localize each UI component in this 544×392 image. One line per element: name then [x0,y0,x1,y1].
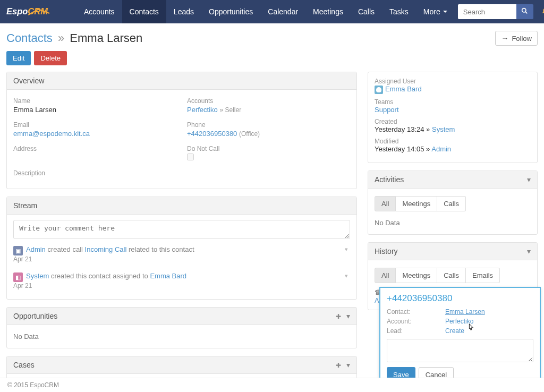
top-navbar: EspoCRM AccountsContactsLeadsOpportuniti… [0,0,544,23]
popup-account-link[interactable]: Perfectiko [445,318,473,325]
activities-menu-icon[interactable] [527,175,531,184]
call-icon: ▣ [13,246,23,255]
dnc-checkbox [187,154,194,160]
history-tab-all[interactable]: All [375,268,396,283]
phone-link[interactable]: +442036950380 [187,130,237,138]
nav-meetings[interactable]: Meetings [305,0,351,23]
popup-note-input[interactable] [387,339,533,362]
phone-label: Phone [187,121,350,129]
record-title: Emma Larsen [70,31,142,45]
opportunities-panel: Opportunities No Data [6,307,357,348]
breadcrumb-root[interactable]: Contacts [6,31,53,45]
opportunities-menu-icon[interactable] [346,312,350,320]
breadcrumb-sep: » [58,31,64,45]
opportunities-add-icon[interactable] [336,312,341,320]
modified-by-link[interactable]: Admin [431,145,451,153]
overview-panel: Overview Name Emma Larsen Accounts Perfe… [6,72,357,189]
modified-time: Yesterday 14:05 [375,145,424,153]
accounts-link[interactable]: Perfectiko [187,106,218,114]
activities-nodata: No Data [375,217,531,229]
teams-label: Teams [375,98,531,106]
popup-lead-create-link[interactable]: Create [445,327,464,335]
nav-more[interactable]: More [416,0,455,23]
description-label: Description [13,169,350,177]
nav-tasks[interactable]: Tasks [382,0,416,23]
footer: © 2015 EspoCRM [0,378,544,392]
edit-button[interactable]: Edit [6,51,31,65]
nav-calls[interactable]: Calls [351,0,382,23]
stream-date: Apr 21 [13,282,350,289]
stream-link[interactable]: Emma Bard [150,272,186,280]
side-info-panel: Assigned User Emma Bard Teams Support Cr… [368,72,538,163]
search-input[interactable] [458,4,516,19]
email-label: Email [13,121,176,129]
name-label: Name [13,97,176,105]
nav-calendar[interactable]: Calendar [260,0,305,23]
stream-item: ◧System created this contact assigned to… [13,267,350,294]
created-label: Created [375,118,531,125]
activities-tab-meetings[interactable]: Meetings [396,196,437,211]
history-tab-meetings[interactable]: Meetings [396,268,437,283]
popup-contact-link[interactable]: Emma Larsen [445,308,485,316]
dnc-label: Do Not Call [187,145,350,152]
incoming-call-popup: +442036950380 Contact: Emma Larsen Accou… [379,287,541,389]
popup-lead-label: Lead: [387,327,445,335]
created-time: Yesterday 13:24 [375,125,424,133]
main-nav: AccountsContactsLeadsOpportunitiesCalend… [76,0,455,23]
activities-panel: Activities AllMeetingsCalls No Data [368,171,538,235]
stream-item-menu-icon[interactable] [345,246,348,253]
history-tab-calls[interactable]: Calls [437,268,466,283]
overview-heading: Overview [7,72,356,90]
activities-tabs: AllMeetingsCalls [375,196,531,211]
popup-contact-label: Contact: [387,308,445,316]
stream-actor[interactable]: Admin [26,245,46,253]
stream-input[interactable] [13,220,350,239]
page-header: Contacts » Emma Larsen Follow [6,31,538,46]
stream-link[interactable]: Incoming Call [85,245,127,253]
email-link[interactable]: emma@espodemo.kit.ca [13,130,90,138]
cases-add-icon[interactable] [336,361,341,369]
svg-point-1 [522,8,526,12]
stream-item-menu-icon[interactable] [345,272,348,279]
nav-leads[interactable]: Leads [166,0,201,23]
pin-icon: ◧ [13,272,23,282]
activities-tab-all[interactable]: All [375,196,396,211]
svg-line-2 [525,12,527,13]
follow-button[interactable]: Follow [495,31,538,46]
stream-item: ▣Admin created call Incoming Call relate… [13,241,350,267]
created-by-link[interactable]: System [432,125,455,133]
modified-label: Modified [375,138,531,145]
record-actions: Edit Delete [6,51,538,65]
address-label: Address [13,145,176,152]
brand-logo[interactable]: EspoCRM [0,0,76,23]
popup-account-label: Account: [387,318,445,325]
search-icon [521,7,528,14]
delete-button[interactable]: Delete [34,51,67,65]
phone-type: (Office) [239,130,260,138]
assigned-user-label: Assigned User [375,78,531,85]
history-tabs: AllMeetingsCallsEmails [375,268,531,283]
history-menu-icon[interactable] [527,247,531,255]
activities-heading: Activities [375,175,404,184]
cases-menu-icon[interactable] [346,361,350,369]
history-tab-emails[interactable]: Emails [466,268,500,283]
activities-tab-calls[interactable]: Calls [437,196,466,211]
page-title: Contacts » Emma Larsen [6,31,142,45]
accounts-label: Accounts [187,97,350,105]
stream-heading: Stream [7,197,356,215]
assigned-user-link[interactable]: Emma Bard [385,85,422,93]
stream-date: Apr 21 [13,255,350,263]
teams-link[interactable]: Support [375,106,399,114]
nav-contacts[interactable]: Contacts [122,0,166,23]
opportunities-heading: Opportunities [13,312,57,320]
notifications-icon[interactable] [537,8,544,15]
nav-accounts[interactable]: Accounts [76,0,122,23]
search-button[interactable] [516,4,533,19]
nav-icons: ✚ [537,0,544,23]
history-heading: History [375,247,398,255]
avatar-icon [375,86,383,94]
nav-opportunities[interactable]: Opportunities [201,0,260,23]
stream-actor[interactable]: System [26,272,49,280]
stream-panel: Stream ▣Admin created call Incoming Call… [6,197,357,300]
cases-heading: Cases [13,361,35,369]
